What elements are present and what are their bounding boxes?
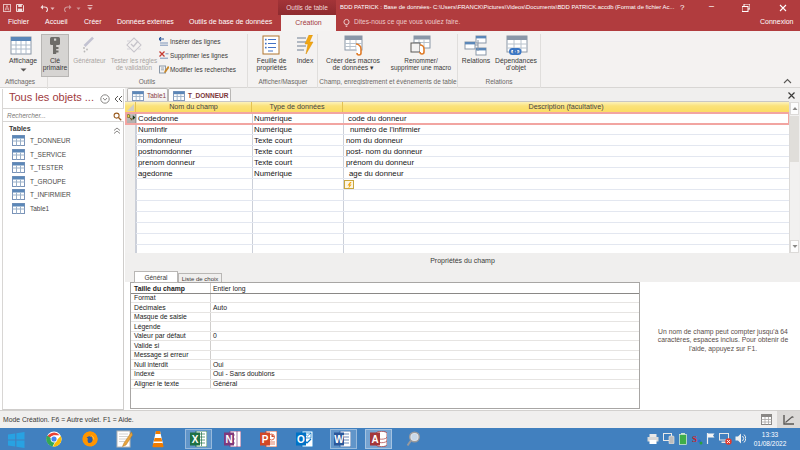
svg-text:A: A (371, 434, 378, 445)
svg-text:X: X (192, 434, 199, 445)
svg-text:N: N (225, 434, 232, 445)
svg-text:S: S (692, 434, 697, 444)
svg-text:O: O (297, 434, 305, 445)
svg-text:P: P (262, 434, 269, 445)
svg-text:W: W (334, 434, 344, 445)
